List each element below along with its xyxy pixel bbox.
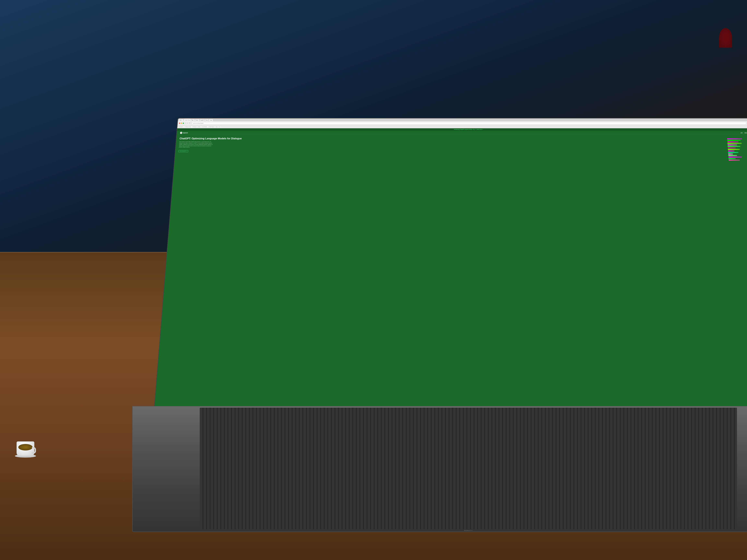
bookmarks-bar: Everyday To... Discover Creat... Persona… <box>177 126 207 129</box>
hero-description: We've trained a model called ChatGPT whi… <box>179 141 207 148</box>
macbook: 4 Siti - ... ChatGPT Blog Mai... Prod...… <box>112 112 207 156</box>
bookmark-4[interactable]: Udemy <box>197 126 201 128</box>
site-nav: ✦ OpenAI API RESEARCH BLOG <box>177 131 207 135</box>
url-bar[interactable]: openai.com/blog/chatgpt/ <box>192 122 207 125</box>
browser-tab-3[interactable]: Mai... <box>191 119 195 121</box>
maximize-button[interactable] <box>183 123 184 124</box>
browser-bar: ◁ ▷ ↺ openai.com/blog/chatgpt/ 325 160 +… <box>178 121 207 126</box>
browser-tab-1[interactable]: 4 Siti - ... <box>179 119 184 121</box>
bookmark-5[interactable]: Inner Child So... <box>202 126 207 128</box>
macbook-screen: 4 Siti - ... ChatGPT Blog Mai... Prod...… <box>154 118 207 156</box>
try-chatgpt-button[interactable]: TRY CHATGPT > <box>179 150 188 152</box>
browser-tab-5[interactable]: ChatGPT <box>200 119 205 121</box>
minimize-button[interactable] <box>181 123 182 124</box>
chat-tab-label-1: ChatGPT <box>201 120 204 121</box>
chat-tab-label-2: Chat <box>206 120 207 121</box>
openai-logo: ✦ OpenAI <box>180 132 188 134</box>
bookmark-3[interactable]: Personal <box>192 126 197 128</box>
openai-logo-icon: ✦ <box>180 132 182 134</box>
macbook-screen-container: 4 Siti - ... ChatGPT Blog Mai... Prod...… <box>153 118 207 156</box>
site-banner: Introducing ChatGPT research release Try… <box>177 128 207 131</box>
website-content: Introducing ChatGPT research release Try… <box>154 128 207 156</box>
browser-tab-6[interactable]: Chat <box>205 119 207 121</box>
hero-text-area: ChatGPT: Optimizing Language Models for … <box>178 137 207 156</box>
bookmark-2[interactable]: Discover Creat... <box>185 126 192 128</box>
site-hero: ChatGPT: Optimizing Language Models for … <box>175 135 207 156</box>
browser-tabs: 4 Siti - ... ChatGPT Blog Mai... Prod...… <box>178 118 207 121</box>
browser-tab-active[interactable]: ChatGPT Blog <box>184 119 191 121</box>
bookmark-1[interactable]: Everyday To... <box>178 126 185 128</box>
openai-logo-text: OpenAI <box>183 132 188 134</box>
hero-title: ChatGPT: Optimizing Language Models for … <box>179 137 207 140</box>
close-button[interactable] <box>179 123 180 124</box>
browser-tab-4[interactable]: Prod... <box>195 119 199 121</box>
url-text: openai.com/blog/chatgpt/ <box>193 123 203 124</box>
